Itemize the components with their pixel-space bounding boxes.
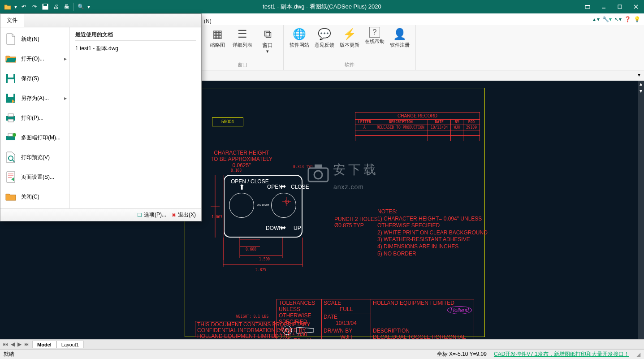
menu-multiprint[interactable]: 多图幅打印(M)... [0, 128, 69, 147]
titlebar: ▾ ↶ ↷ 🖨 🖶 🔍 ▾ test1 - 副本.dwg - 看图纸(CADSe… [0, 0, 644, 13]
website-button[interactable]: 🌐软件网站 [288, 27, 311, 48]
thumbnails-button[interactable]: ▦缩略图 [206, 27, 229, 48]
svg-point-36 [13, 133, 16, 137]
menu-save[interactable]: 保存(S) [0, 69, 69, 88]
wrench-icon[interactable]: 🔧▾ [602, 16, 612, 22]
online-help-button[interactable]: ?在线帮助 [363, 27, 386, 44]
save-disk-icon [5, 73, 17, 84]
window-button[interactable]: ⧉窗口▾ [256, 27, 279, 55]
redo-icon[interactable]: ↷ [30, 2, 39, 12]
help-dropdown-icon[interactable]: ▴ ▾ [593, 16, 600, 22]
open-file-icon[interactable] [3, 2, 13, 12]
help-icons-row: ▴ ▾ 🔧▾ ↖▾ ❓ 💡 [593, 16, 640, 22]
svg-rect-3 [585, 5, 590, 6]
tab-prev-icon[interactable]: ◀ [10, 341, 16, 347]
menu-print[interactable]: 打印(P)... [0, 108, 69, 128]
quick-access-toolbar: ▾ ↶ ↷ 🖨 🖶 🔍 ▾ [0, 2, 94, 12]
status-coords: 坐标 X=-5.10 Y=9.09 [437, 350, 487, 358]
svg-rect-32 [8, 114, 13, 117]
qat-dropdown-icon[interactable]: ▾ [86, 2, 91, 12]
cursor-icon[interactable]: ↖▾ [614, 16, 622, 22]
detail-list-button[interactable]: ☰详细列表 [231, 27, 254, 48]
menu-close[interactable]: 关闭(C) [0, 187, 69, 207]
ribbon-group-window: ▦缩略图 ☰详细列表 ⧉窗口▾ 窗口 [202, 25, 284, 70]
print-icon [5, 112, 17, 124]
options-icon: ☐ [137, 212, 142, 218]
vertical-scrollbar[interactable]: ▴ ▾ [638, 81, 644, 339]
layout-tab-strip: ⏮ ◀ ▶ ⏭ Model Layout1 [0, 339, 644, 349]
tab-model[interactable]: Model [32, 341, 56, 348]
maximize-button[interactable] [612, 0, 628, 13]
title-block: TOLERANCES UNLESS OTHERWISE SPECIFIED .X… [277, 299, 474, 339]
svg-rect-1 [43, 4, 47, 6]
status-resize-grip-icon[interactable]: ◢ [636, 351, 640, 358]
exit-icon: ✖ [172, 212, 176, 218]
file-menu-left: 新建(N) 打开(O)...▸ 保存(S) 另存为(A)...▸ 打印(P)..… [0, 27, 70, 208]
promo-link[interactable]: CAD开发控件V7.1发布，新增图纸打印和大量开发接口！ [494, 350, 629, 358]
save-icon[interactable] [40, 2, 50, 12]
file-menu-right: 最近使用的文档 1 test1 - 副本.dwg [70, 27, 201, 208]
submenu-arrow-icon: ▸ [64, 56, 67, 62]
open-folder-icon [5, 53, 17, 65]
recent-docs-header: 最近使用的文档 [75, 31, 196, 41]
preview-icon [5, 151, 17, 163]
new-file-icon [5, 33, 17, 45]
punch-note: PUNCH 2 HOLESØ0.875 TYP [334, 216, 378, 229]
window-title: test1 - 副本.dwg - 看图纸(CADSee Plus) 2020 [263, 3, 381, 11]
doc-tab-dropdown-icon[interactable]: ▾ [638, 72, 640, 78]
tab-first-icon[interactable]: ⏮ [2, 341, 9, 347]
menu-preview[interactable]: 打印预览(V) [0, 147, 69, 167]
submenu-arrow-icon: ▸ [64, 95, 67, 101]
close-folder-icon [5, 191, 17, 203]
bulb-icon[interactable]: 💡 [634, 16, 640, 22]
tab-layout1[interactable]: Layout1 [56, 341, 84, 348]
restore-panel-icon[interactable] [579, 0, 596, 13]
dim-0313: 0.313 TYP [293, 165, 312, 169]
exit-button[interactable]: ✖退出(X) [172, 211, 196, 219]
pagesetup-icon [5, 171, 17, 183]
help-icon[interactable]: ❓ [624, 16, 631, 22]
undo-icon[interactable]: ↶ [19, 2, 29, 12]
char-height-note: CHARACTER HEIGHT TO BE APPROXIMATELY 0.0… [208, 150, 275, 169]
multiprint-icon [5, 132, 17, 143]
plot-icon[interactable]: 🖶 [62, 2, 72, 12]
register-button[interactable]: 👤软件注册 [389, 27, 411, 48]
svg-rect-5 [618, 5, 622, 9]
svg-rect-30 [8, 94, 13, 97]
weight-label: WEIGHT: 0.1 LBS [236, 315, 268, 319]
menu-saveas[interactable]: 另存为(A)...▸ [0, 88, 69, 108]
close-button[interactable] [628, 0, 644, 13]
svg-rect-2 [585, 6, 590, 9]
status-bar: 就绪 坐标 X=-5.10 Y=9.09 CAD开发控件V7.1发布，新增图纸打… [0, 349, 644, 359]
menu-new[interactable]: 新建(N) [0, 29, 69, 49]
svg-rect-33 [8, 119, 13, 122]
feedback-button[interactable]: 💬意见反馈 [313, 27, 336, 48]
tab-next-icon[interactable]: ▶ [17, 341, 22, 347]
status-ready: 就绪 [4, 350, 14, 358]
svg-rect-28 [8, 79, 14, 83]
tab-last-icon[interactable]: ⏭ [23, 341, 30, 347]
dropdown-icon[interactable]: ▾ [13, 2, 18, 12]
menu-open[interactable]: 打开(O)...▸ [0, 49, 69, 69]
minimize-button[interactable] [596, 0, 612, 13]
ribbon-tab-suffix: (N) [204, 18, 212, 24]
update-button[interactable]: ⚡版本更新 [338, 27, 361, 48]
window-controls [579, 0, 644, 13]
change-record-table: CHANGE RECORD LETTERDESCRIPTIONDATEBYECO… [355, 112, 480, 141]
recent-file-1[interactable]: 1 test1 - 副本.dwg [75, 43, 196, 54]
file-menu: 文件 新建(N) 打开(O)...▸ 保存(S) 另存为(A)...▸ 打印(P… [0, 13, 202, 221]
print-icon[interactable]: 🖨 [51, 2, 61, 12]
options-button[interactable]: ☐选项(P)... [137, 211, 166, 219]
part-number-box: 59004 [212, 117, 243, 126]
preview-icon[interactable]: 🔍 [76, 2, 86, 12]
svg-rect-27 [8, 74, 13, 78]
ribbon-group-software: 🌐软件网站 💬意见反馈 ⚡版本更新 ?在线帮助 👤软件注册 软件 [284, 25, 416, 70]
scroll-down-icon[interactable]: ▾ [638, 88, 644, 94]
menu-pagesetup[interactable]: 页面设置(S)... [0, 167, 69, 187]
drawing-notes: NOTES: 1) CHARACTER HEIGHT= 0.094" UNLES… [377, 208, 488, 257]
scroll-up-icon[interactable]: ▴ [638, 81, 644, 87]
file-menu-tab[interactable]: 文件 [0, 14, 24, 27]
saveas-icon [5, 92, 17, 104]
